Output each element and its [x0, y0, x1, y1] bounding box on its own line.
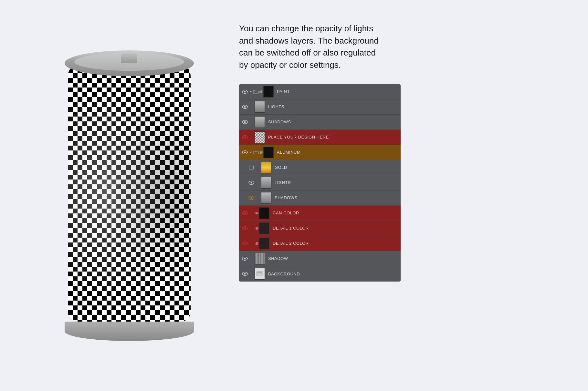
eye-icon-detail2[interactable]: [242, 241, 248, 246]
svg-point-22: [244, 258, 246, 259]
svg-point-24: [244, 273, 246, 275]
layer-thumbnail: [259, 207, 269, 219]
layer-row-design-here[interactable]: PLACE YOUR DESIGN HERE: [239, 130, 401, 145]
svg-point-1: [244, 91, 246, 92]
can-bottom: [65, 322, 194, 341]
eye-icon-can-color[interactable]: [242, 211, 248, 215]
layer-name-lights-top: LIGHTS: [268, 104, 284, 109]
eye-icon-detail1[interactable]: [242, 226, 248, 231]
layer-row-detail1[interactable]: DETAIL 1 COLOR: [239, 221, 401, 236]
link-icon-detail2[interactable]: [255, 241, 259, 246]
layers-panel: ▾ PAINT LIGHTS SHADOWS PLACE YOUR DESIGN…: [239, 84, 401, 282]
svg-point-16: [244, 212, 246, 214]
svg-point-18: [244, 227, 246, 229]
layer-thumbnail: [259, 238, 269, 249]
svg-point-3: [244, 106, 246, 108]
layer-name-detail1: DETAIL 1 COLOR: [273, 226, 309, 231]
layer-row-can-color[interactable]: CAN COLOR: [239, 206, 401, 221]
layer-row-paint[interactable]: ▾ PAINT: [239, 84, 401, 99]
eye-icon-background[interactable]: [242, 272, 248, 276]
layer-thumbnail: [255, 101, 265, 113]
chevron-icon-aluminum[interactable]: ▾: [250, 150, 252, 154]
layer-name-shadow: SHADOW: [268, 256, 288, 261]
svg-rect-10: [249, 166, 254, 169]
layer-name-lights-alum: LIGHTS: [275, 180, 291, 185]
can-body: [68, 63, 191, 322]
layer-row-shadows-alum[interactable]: SHADOWS: [239, 190, 401, 206]
layer-row-background[interactable]: BACKGROUND: [239, 266, 401, 282]
eye-icon-shadows-alum[interactable]: [248, 196, 255, 200]
can-top: [65, 50, 194, 76]
layer-row-lights-top[interactable]: LIGHTS: [239, 99, 401, 115]
link-icon-can-color[interactable]: [255, 211, 259, 215]
layer-row-detail2[interactable]: DETAIL 2 COLOR: [239, 236, 401, 251]
layer-row-gold[interactable]: GOLD: [239, 160, 401, 175]
link-icon-paint[interactable]: [259, 89, 263, 94]
folder-icon-paint[interactable]: [253, 89, 259, 94]
eye-icon-gold[interactable]: [248, 165, 255, 170]
svg-point-9: [244, 151, 246, 153]
eye-icon-lights-alum[interactable]: [248, 180, 255, 185]
layer-name-shadows-top: SHADOWS: [268, 119, 291, 124]
eye-icon-shadows-top[interactable]: [242, 120, 248, 124]
description-text: You can change the opacity of lights and…: [239, 23, 379, 71]
layer-row-lights-alum[interactable]: LIGHTS: [239, 175, 401, 190]
svg-rect-26: [257, 272, 262, 273]
layer-thumbnail: [255, 131, 265, 143]
svg-point-5: [244, 121, 246, 123]
svg-point-7: [244, 136, 246, 138]
layer-thumbnail: [261, 192, 271, 204]
layer-name-aluminum: ALUMINUM: [277, 150, 300, 155]
layer-name-paint: PAINT: [277, 89, 290, 94]
layer-name-gold: GOLD: [275, 165, 287, 170]
layer-row-shadow[interactable]: SHADOW: [239, 251, 401, 266]
layer-thumbnail: [255, 253, 265, 264]
eye-icon-aluminum[interactable]: [242, 150, 248, 155]
layer-name-shadows-alum: SHADOWS: [275, 195, 298, 200]
svg-point-20: [244, 242, 246, 244]
svg-point-12: [251, 182, 252, 183]
layer-name-detail2: DETAIL 2 COLOR: [273, 241, 309, 246]
eye-icon-paint[interactable]: [242, 89, 248, 94]
layer-thumbnail: [263, 86, 274, 98]
can-wrapper: [61, 50, 197, 341]
layer-row-aluminum[interactable]: ▾ ALUMINUM: [239, 145, 401, 160]
main-container: You can change the opacity of lights and…: [0, 0, 588, 391]
svg-point-14: [251, 197, 252, 199]
chevron-icon-paint[interactable]: ▾: [250, 90, 252, 93]
can-checker: [68, 63, 191, 322]
can-area: [19, 13, 239, 378]
eye-icon-lights-top[interactable]: [242, 105, 248, 109]
right-area: You can change the opacity of lights and…: [239, 13, 569, 378]
layer-thumbnail: [255, 268, 265, 280]
link-icon-detail1[interactable]: [255, 226, 259, 231]
eye-icon-design-here[interactable]: [242, 135, 248, 139]
link-icon-aluminum[interactable]: [259, 150, 263, 155]
layer-thumbnail: [261, 177, 271, 189]
layer-thumbnail: [255, 116, 265, 128]
layer-thumbnail: [263, 147, 274, 158]
layer-name-design-here: PLACE YOUR DESIGN HERE: [268, 135, 329, 139]
layer-name-can-color: CAN COLOR: [273, 211, 299, 215]
eye-icon-shadow[interactable]: [242, 256, 248, 261]
can-tab: [121, 54, 137, 63]
folder-icon-aluminum[interactable]: [253, 150, 259, 155]
layer-row-shadows-top[interactable]: SHADOWS: [239, 115, 401, 130]
layer-name-background: BACKGROUND: [268, 272, 300, 276]
layer-thumbnail: [259, 222, 269, 234]
layer-thumbnail: [261, 162, 271, 173]
